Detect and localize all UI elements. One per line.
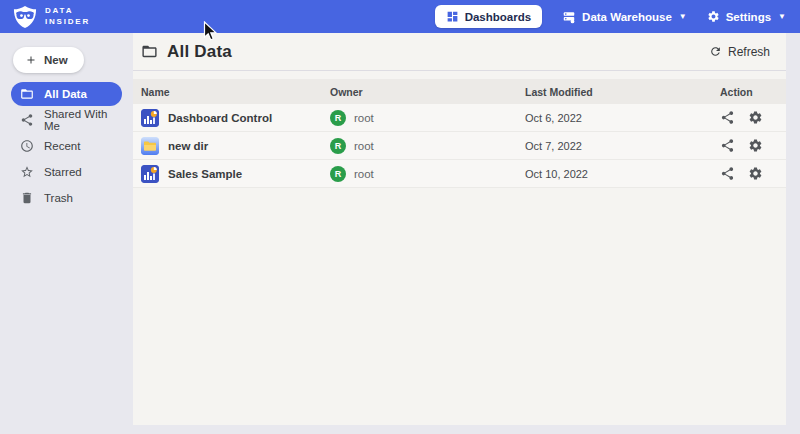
star-icon <box>20 165 34 179</box>
owl-logo-icon <box>12 5 38 29</box>
table-row[interactable]: Sales Sample R root Oct 10, 2022 <box>133 160 786 188</box>
owner-avatar: R <box>330 110 346 126</box>
sidebar-item-label: Trash <box>44 192 73 204</box>
sidebar-item-label: All Data <box>44 88 87 100</box>
nav-settings-label: Settings <box>726 11 771 23</box>
last-modified-date: Oct 7, 2022 <box>525 140 720 152</box>
share-icon[interactable] <box>720 110 735 125</box>
sidebar-item-all-data[interactable]: All Data <box>11 82 122 106</box>
dashboard-file-icon <box>141 165 159 183</box>
page-header: All Data Refresh <box>133 33 786 71</box>
database-icon <box>562 10 576 24</box>
column-header-owner: Owner <box>330 86 525 98</box>
folder-icon <box>20 87 34 101</box>
file-name: Dashboard Control <box>168 112 272 124</box>
file-name: Sales Sample <box>168 168 242 180</box>
table-row[interactable]: new dir R root Oct 7, 2022 <box>133 132 786 160</box>
nav-data-warehouse-label: Data Warehouse <box>582 11 672 23</box>
last-modified-date: Oct 6, 2022 <box>525 112 720 124</box>
nav-data-warehouse[interactable]: Data Warehouse ▼ <box>562 10 687 24</box>
gear-icon <box>707 10 720 23</box>
logo-wordmark: DATA INSIDER <box>45 6 90 28</box>
main-content-panel: All Data Refresh Name Owner Last Modifie… <box>133 33 786 425</box>
gear-icon[interactable] <box>748 138 763 153</box>
sidebar-item-recent[interactable]: Recent <box>11 134 122 158</box>
share-icon[interactable] <box>720 166 735 181</box>
sidebar-item-starred[interactable]: Starred <box>11 160 122 184</box>
table-row[interactable]: Dashboard Control R root Oct 6, 2022 <box>133 104 786 132</box>
column-header-last-modified: Last Modified <box>525 86 720 98</box>
sidebar-item-label: Shared With Me <box>44 108 113 132</box>
sidebar-item-shared-with-me[interactable]: Shared With Me <box>11 108 122 132</box>
files-table: Name Owner Last Modified Action <box>133 79 786 188</box>
owner-avatar: R <box>330 138 346 154</box>
share-icon[interactable] <box>720 138 735 153</box>
sidebar: New All Data Shared With Me Recent Star <box>0 33 133 434</box>
owner-name: root <box>354 112 374 124</box>
file-name: new dir <box>168 140 208 152</box>
app-logo[interactable]: DATA INSIDER <box>12 5 90 29</box>
refresh-icon <box>709 45 722 58</box>
chevron-down-icon: ▼ <box>679 12 687 21</box>
column-header-action: Action <box>720 86 786 98</box>
column-header-name: Name <box>141 86 330 98</box>
folder-file-icon <box>141 137 159 155</box>
sidebar-item-label: Recent <box>44 140 80 152</box>
nav-dashboards-button[interactable]: Dashboards <box>435 5 542 28</box>
folder-icon <box>141 43 158 60</box>
nav-dashboards-label: Dashboards <box>465 11 531 23</box>
refresh-label: Refresh <box>728 45 770 59</box>
clock-icon <box>20 139 34 153</box>
owner-avatar: R <box>330 166 346 182</box>
last-modified-date: Oct 10, 2022 <box>525 168 720 180</box>
table-header-row: Name Owner Last Modified Action <box>133 79 786 104</box>
trash-icon <box>20 191 34 205</box>
sidebar-menu: All Data Shared With Me Recent Starred T <box>0 82 133 210</box>
dashboard-grid-icon <box>446 10 459 23</box>
owner-name: root <box>354 140 374 152</box>
new-button-label: New <box>44 54 68 66</box>
sidebar-item-label: Starred <box>44 166 82 178</box>
owner-name: root <box>354 168 374 180</box>
gear-icon[interactable] <box>748 166 763 181</box>
new-button[interactable]: New <box>13 47 84 73</box>
sidebar-item-trash[interactable]: Trash <box>11 186 122 210</box>
plus-icon <box>25 54 37 66</box>
chevron-down-icon: ▼ <box>778 12 786 21</box>
dashboard-file-icon <box>141 109 159 127</box>
top-navbar: DATA INSIDER Dashboards <box>0 0 800 33</box>
gear-icon[interactable] <box>748 110 763 125</box>
refresh-button[interactable]: Refresh <box>709 45 770 59</box>
share-icon <box>20 113 34 127</box>
nav-settings[interactable]: Settings ▼ <box>707 10 786 23</box>
top-nav-items: Dashboards Data Warehouse ▼ Se <box>435 5 786 28</box>
page-title: All Data <box>167 42 232 62</box>
